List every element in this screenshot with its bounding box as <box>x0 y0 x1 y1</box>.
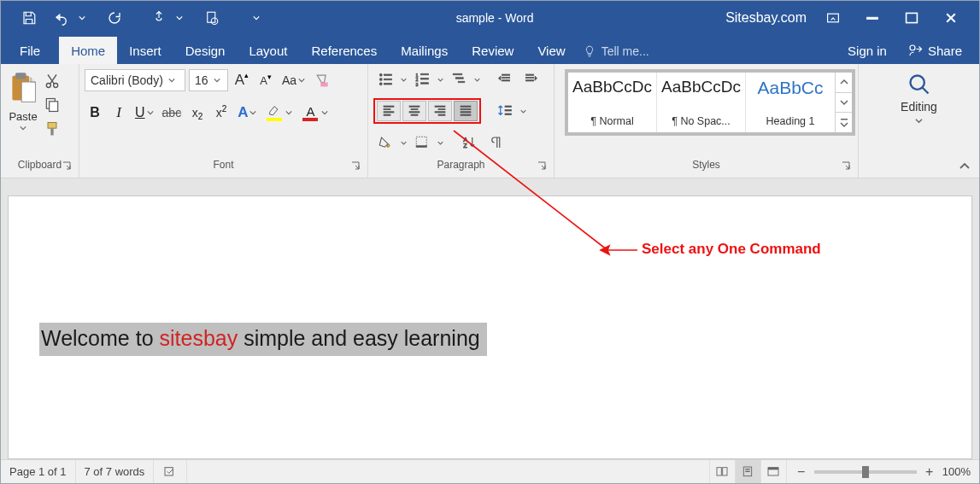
svg-rect-55 <box>505 114 512 115</box>
tab-insert[interactable]: Insert <box>117 37 173 64</box>
title-bar: sample - Word Sitesbay.com <box>1 1 979 35</box>
bullets-button[interactable] <box>373 69 397 90</box>
paste-dropdown-icon[interactable] <box>20 125 26 131</box>
zoom-out-button[interactable]: − <box>795 464 807 480</box>
qat-customize-icon[interactable] <box>249 10 264 26</box>
style-no-spacing[interactable]: AaBbCcDc ¶ No Spac... <box>657 73 746 132</box>
tab-file[interactable]: File <box>1 37 59 64</box>
window-controls <box>815 10 979 26</box>
svg-rect-38 <box>384 108 390 109</box>
font-size-combo[interactable]: 16 <box>189 69 228 91</box>
justify-button[interactable] <box>454 101 478 121</box>
subscript-button[interactable]: x2 <box>187 102 208 124</box>
align-center-button[interactable] <box>402 101 426 121</box>
undo-icon[interactable] <box>54 10 69 26</box>
styles-down-icon[interactable] <box>836 93 852 114</box>
align-right-button[interactable] <box>428 101 452 121</box>
shrink-font-button[interactable]: A▾ <box>255 69 276 91</box>
numbering-button[interactable]: 123 <box>410 69 434 90</box>
maximize-icon[interactable] <box>904 10 919 26</box>
proofing-button[interactable] <box>154 460 187 483</box>
clear-formatting-button[interactable] <box>311 69 333 91</box>
redo-icon[interactable] <box>107 10 122 26</box>
svg-rect-40 <box>384 114 390 115</box>
tab-review[interactable]: Review <box>460 37 525 64</box>
font-color-button[interactable]: A <box>298 102 331 124</box>
dialog-launcher-icon[interactable] <box>62 160 72 171</box>
svg-rect-31 <box>502 74 509 75</box>
zoom-in-button[interactable]: + <box>924 464 936 480</box>
format-painter-icon[interactable] <box>44 120 61 137</box>
svg-rect-15 <box>320 83 327 87</box>
tab-design[interactable]: Design <box>173 37 238 64</box>
collapse-ribbon-icon[interactable] <box>959 160 971 172</box>
dropdown-icon[interactable] <box>915 117 923 125</box>
editing-button[interactable]: Editing <box>901 100 937 114</box>
dialog-launcher-icon[interactable] <box>350 160 361 171</box>
styles-more-icon[interactable] <box>836 113 852 132</box>
paste-button[interactable]: Paste <box>6 110 40 123</box>
tab-layout[interactable]: Layout <box>237 37 299 64</box>
font-name-combo[interactable]: Calibri (Body) <box>85 69 185 91</box>
window-title: sample - Word <box>264 11 725 25</box>
style-normal[interactable]: AaBbCcDc ¶ Normal <box>568 73 657 132</box>
word-count[interactable]: 7 of 7 words <box>76 460 155 483</box>
save-icon[interactable] <box>21 10 37 26</box>
read-mode-button[interactable] <box>709 460 735 483</box>
multilevel-list-button[interactable] <box>447 69 471 90</box>
status-bar: Page 1 of 1 7 of 7 words − + 100% <box>1 459 979 483</box>
text-effects-button[interactable]: A <box>235 102 259 124</box>
grow-font-button[interactable]: A▴ <box>232 69 252 91</box>
dropdown-icon[interactable] <box>520 108 526 114</box>
print-preview-icon[interactable] <box>204 10 220 26</box>
svg-rect-44 <box>411 114 418 115</box>
tab-view[interactable]: View <box>525 37 577 64</box>
tell-me-search[interactable]: Tell me... <box>578 44 658 64</box>
qat-dropdown-icon[interactable] <box>74 10 90 26</box>
zoom-level[interactable]: 100% <box>942 465 971 478</box>
underline-button[interactable]: U <box>132 102 156 124</box>
print-layout-button[interactable] <box>735 460 760 483</box>
styles-scroll <box>835 73 852 132</box>
style-heading-1[interactable]: AaBbCc Heading 1 <box>746 73 835 132</box>
close-icon[interactable] <box>943 10 959 26</box>
bold-button[interactable]: B <box>85 102 105 124</box>
svg-point-20 <box>379 83 382 85</box>
ribbon-display-icon[interactable] <box>825 10 841 26</box>
dropdown-icon[interactable] <box>474 77 480 83</box>
copy-icon[interactable] <box>44 96 61 114</box>
tab-home[interactable]: Home <box>59 37 117 64</box>
svg-point-18 <box>379 79 382 81</box>
change-case-button[interactable]: Aa <box>279 69 308 91</box>
line-spacing-button[interactable] <box>493 101 517 121</box>
selected-text[interactable]: Welcome to sitesbay simple and easy lear… <box>39 323 487 356</box>
strikethrough-button[interactable]: abc <box>160 102 185 124</box>
superscript-button[interactable]: x2 <box>211 102 232 124</box>
touch-mode-icon[interactable] <box>151 10 167 26</box>
find-icon[interactable] <box>907 73 931 96</box>
styles-gallery[interactable]: AaBbCcDc ¶ Normal AaBbCcDc ¶ No Spac... … <box>565 69 855 136</box>
increase-indent-button[interactable] <box>519 69 543 90</box>
page-count[interactable]: Page 1 of 1 <box>1 460 76 483</box>
minimize-icon[interactable] <box>865 10 880 26</box>
zoom-slider[interactable] <box>814 470 917 474</box>
sign-in-link[interactable]: Sign in <box>836 37 899 64</box>
qat-dropdown-icon[interactable] <box>172 10 187 26</box>
dropdown-icon[interactable] <box>401 77 407 83</box>
italic-button[interactable]: I <box>109 102 129 124</box>
svg-rect-21 <box>384 84 392 85</box>
highlight-button[interactable] <box>262 102 295 124</box>
tab-mailings[interactable]: Mailings <box>389 37 460 64</box>
web-layout-button[interactable] <box>760 460 786 483</box>
paste-icon[interactable] <box>8 71 38 108</box>
styles-up-icon[interactable] <box>836 73 852 93</box>
dropdown-icon[interactable] <box>437 77 443 83</box>
svg-rect-3 <box>867 17 878 19</box>
share-button[interactable]: Share <box>899 36 979 64</box>
cut-icon[interactable] <box>44 73 61 90</box>
tab-references[interactable]: References <box>299 37 389 64</box>
dialog-launcher-icon[interactable] <box>841 160 851 171</box>
svg-point-61 <box>910 76 924 90</box>
decrease-indent-button[interactable] <box>492 69 516 90</box>
align-left-button[interactable] <box>377 101 401 121</box>
